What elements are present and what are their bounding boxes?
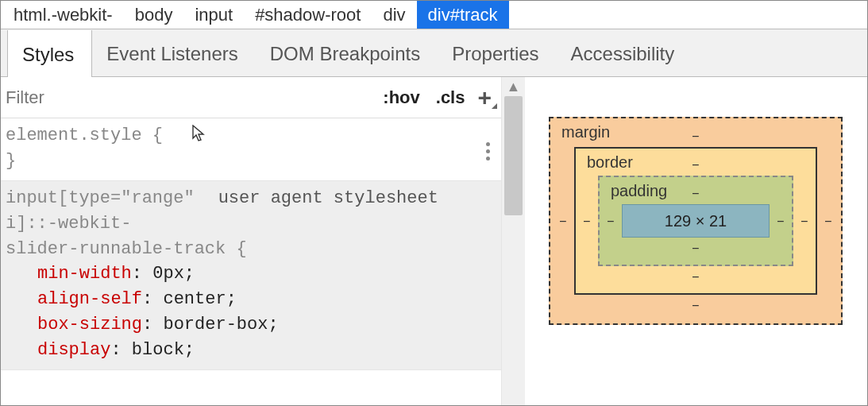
- filter-input[interactable]: [4, 87, 375, 109]
- scroll-thumb[interactable]: [504, 96, 523, 215]
- tab-dom-breakpoints[interactable]: DOM Breakpoints: [256, 29, 438, 76]
- rule-selector: element.style {: [6, 126, 163, 145]
- breadcrumb-item[interactable]: div: [372, 1, 416, 29]
- breadcrumb-item[interactable]: html.-webkit-: [2, 1, 124, 29]
- tab-styles[interactable]: Styles: [7, 30, 92, 77]
- border-right[interactable]: –: [793, 176, 816, 266]
- cursor-icon: [192, 126, 206, 144]
- cls-toggle[interactable]: .cls: [428, 87, 473, 108]
- tab-event-listeners[interactable]: Event Listeners: [92, 29, 255, 76]
- padding-right[interactable]: –: [770, 204, 792, 238]
- box-model-pane: margin – – border – – padding: [525, 77, 867, 405]
- padding-left[interactable]: –: [600, 204, 622, 238]
- rule-selector: input[type="range": [6, 186, 195, 211]
- tabs-bar: Styles Event Listeners DOM Breakpoints P…: [1, 29, 867, 77]
- border-label: border: [587, 153, 633, 172]
- css-declaration[interactable]: box-sizing: border-box;: [6, 312, 496, 338]
- more-icon[interactable]: [480, 142, 495, 160]
- margin-label: margin: [561, 123, 610, 141]
- padding-label: padding: [611, 182, 667, 200]
- hov-toggle[interactable]: :hov: [375, 87, 427, 108]
- margin-left[interactable]: –: [552, 147, 574, 295]
- breadcrumb-item-selected[interactable]: div#track: [417, 1, 509, 29]
- rule-close: }: [6, 151, 16, 171]
- margin-layer[interactable]: margin – – border – – padding: [549, 117, 843, 325]
- breadcrumb-item[interactable]: body: [124, 1, 184, 29]
- rule-selector: i]::-webkit-: [6, 214, 131, 234]
- css-declaration[interactable]: align-self: center;: [6, 287, 496, 312]
- breadcrumb-item[interactable]: input: [183, 1, 244, 29]
- main-area: :hov .cls + element.style { } input[type…: [1, 77, 867, 405]
- border-left[interactable]: –: [576, 176, 598, 266]
- filter-row: :hov .cls +: [1, 77, 501, 118]
- css-declaration[interactable]: min-width: 0px;: [6, 261, 496, 287]
- border-layer[interactable]: border – – padding – –: [574, 147, 817, 295]
- scroll-up-icon[interactable]: ▲: [502, 79, 525, 95]
- margin-bottom[interactable]: –: [552, 295, 839, 322]
- padding-layer[interactable]: padding – – 129 × 21 –: [598, 176, 793, 266]
- border-bottom[interactable]: –: [576, 266, 816, 293]
- ua-label: user agent stylesheet: [195, 186, 496, 211]
- element-style-rule[interactable]: element.style { }: [1, 118, 501, 181]
- content-box[interactable]: 129 × 21: [622, 204, 770, 238]
- tab-properties[interactable]: Properties: [438, 29, 556, 76]
- scrollbar[interactable]: ▲: [501, 77, 525, 405]
- rule-selector: slider-runnable-track {: [6, 239, 247, 259]
- tab-accessibility[interactable]: Accessibility: [557, 29, 692, 76]
- margin-right[interactable]: –: [817, 147, 839, 295]
- ua-stylesheet-rule: input[type="range" user agent stylesheet…: [1, 181, 501, 370]
- new-rule-icon[interactable]: +: [473, 84, 496, 111]
- breadcrumb-bar: html.-webkit- body input #shadow-root di…: [1, 1, 867, 29]
- padding-bottom[interactable]: –: [600, 238, 792, 265]
- css-declaration[interactable]: display: block;: [6, 338, 496, 363]
- breadcrumb-item[interactable]: #shadow-root: [244, 1, 372, 29]
- box-model[interactable]: margin – – border – – padding: [549, 117, 843, 325]
- styles-pane: :hov .cls + element.style { } input[type…: [1, 77, 525, 405]
